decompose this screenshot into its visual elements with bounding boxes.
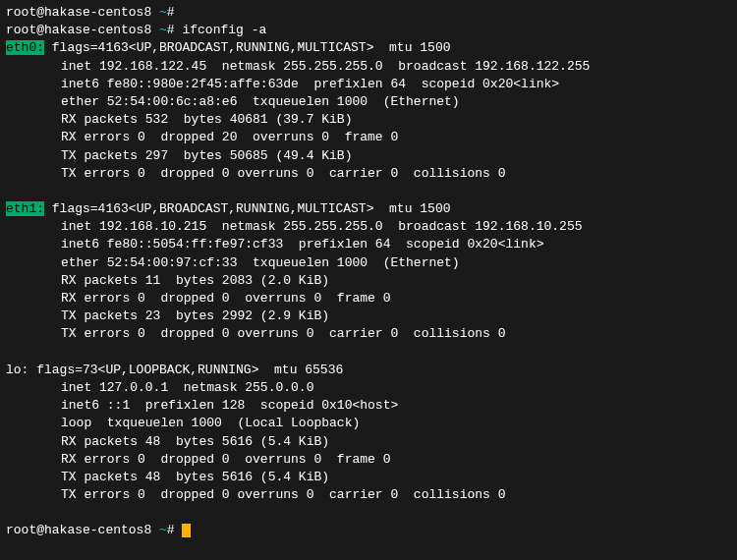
iface-line: TX packets 297 bytes 50685 (49.4 KiB) [6,147,731,165]
iface-eth1-header: eth1: flags=4163<UP,BROADCAST,RUNNING,MU… [6,200,731,218]
iface-lo-header: lo: flags=73<UP,LOOPBACK,RUNNING> mtu 65… [6,362,731,379]
prompt-line-2: root@hakase-centos8 ~# ifconfig -a [6,22,731,39]
iface-line: TX packets 48 bytes 5616 (5.4 KiB) [6,469,731,486]
iface-line: inet6 fe80::5054:ff:fe97:cf33 prefixlen … [6,236,731,253]
prompt-hash: # [167,523,175,537]
iface-name: lo: [6,363,28,377]
iface-line: inet6 ::1 prefixlen 128 scopeid 0x10<hos… [6,397,731,415]
iface-flags: flags=4163<UP,BROADCAST,RUNNING,MULTICAS… [44,40,450,55]
iface-line: inet6 fe80::980e:2f45:affe:63de prefixle… [6,76,731,93]
shell-prompt: root@hakase-centos8 [6,23,159,37]
iface-line: ether 52:54:00:97:cf:33 txqueuelen 1000 … [6,254,731,272]
prompt-line-3[interactable]: root@hakase-centos8 ~# [6,522,731,539]
iface-line: ether 52:54:00:6c:a8:e6 txqueuelen 1000 … [6,93,731,111]
iface-eth0-header: eth0: flags=4163<UP,BROADCAST,RUNNING,MU… [6,39,731,57]
iface-flags: flags=73<UP,LOOPBACK,RUNNING> mtu 65536 [28,363,343,377]
iface-line: RX packets 532 bytes 40681 (39.7 KiB) [6,111,731,129]
iface-name: eth1: [6,201,44,216]
prompt-hash: # [167,23,175,37]
iface-line: RX errors 0 dropped 20 overruns 0 frame … [6,129,731,146]
cursor-icon [182,524,191,537]
iface-line: TX errors 0 dropped 0 overruns 0 carrier… [6,325,731,343]
shell-prompt: root@hakase-centos8 [6,5,159,20]
iface-line: RX packets 11 bytes 2083 (2.0 KiB) [6,272,731,290]
shell-prompt: root@hakase-centos8 [6,523,159,537]
iface-line: TX packets 23 bytes 2992 (2.9 KiB) [6,308,731,325]
terminal-output: root@hakase-centos8 ~# root@hakase-cento… [6,4,731,540]
iface-line: TX errors 0 dropped 0 overruns 0 carrier… [6,486,731,504]
iface-line: RX errors 0 dropped 0 overruns 0 frame 0 [6,451,731,469]
cwd-tilde: ~ [159,23,167,37]
iface-flags: flags=4163<UP,BROADCAST,RUNNING,MULTICAS… [44,201,450,216]
iface-line: inet 192.168.10.215 netmask 255.255.255.… [6,218,731,236]
blank-line [6,344,731,362]
iface-line: RX packets 48 bytes 5616 (5.4 KiB) [6,433,731,451]
cwd-tilde: ~ [159,5,167,20]
blank-line [6,183,731,200]
iface-line: loop txqueuelen 1000 (Local Loopback) [6,415,731,432]
iface-line: inet 127.0.0.1 netmask 255.0.0.0 [6,379,731,397]
cwd-tilde: ~ [159,523,167,537]
prompt-hash: # [167,5,175,20]
iface-line: RX errors 0 dropped 0 overruns 0 frame 0 [6,290,731,308]
prompt-line-1: root@hakase-centos8 ~# [6,4,731,22]
iface-name: eth0: [6,40,44,55]
iface-line: TX errors 0 dropped 0 overruns 0 carrier… [6,165,731,183]
command-text: ifconfig -a [175,23,267,37]
iface-line: inet 192.168.122.45 netmask 255.255.255.… [6,58,731,76]
blank-line [6,504,731,522]
